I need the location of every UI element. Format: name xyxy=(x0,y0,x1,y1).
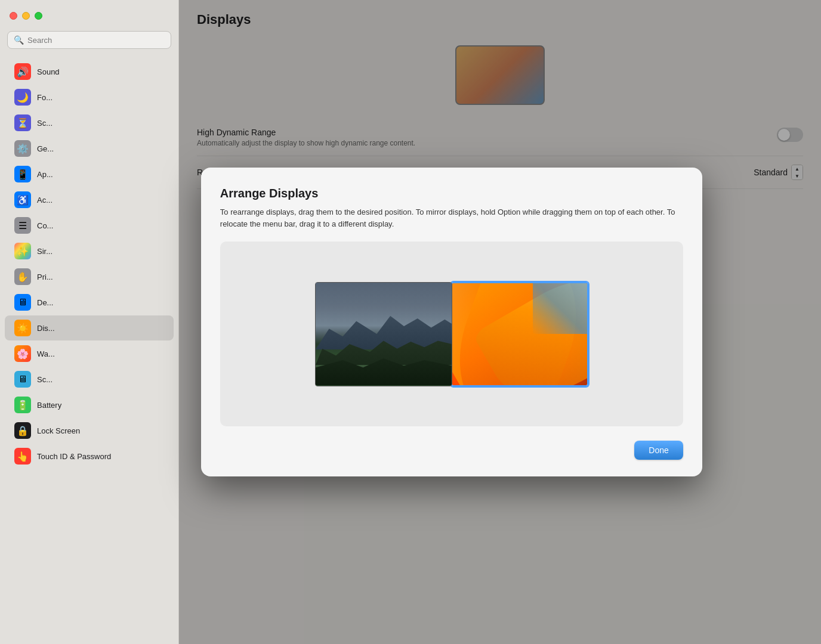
sidebar-label-screentime: Sc... xyxy=(37,119,53,128)
display-right-screen xyxy=(452,283,587,385)
accessibility-icon: ♿ xyxy=(14,191,31,208)
sidebar-label-siri: Sir... xyxy=(37,247,53,256)
sidebar-label-general: Ge... xyxy=(37,144,54,153)
sidebar-item-privacy[interactable]: ✋ Pri... xyxy=(5,264,174,289)
screentime-icon: ⏳ xyxy=(14,114,31,131)
sidebar-item-touchid[interactable]: 👆 Touch ID & Password xyxy=(5,444,174,469)
blue-sky-right xyxy=(533,283,587,335)
sidebar-item-wallpaper[interactable]: 🌸 Wa... xyxy=(5,341,174,366)
sidebar-item-screentime[interactable]: ⏳ Sc... xyxy=(5,110,174,135)
privacy-icon: ✋ xyxy=(14,268,31,285)
sidebar-label-privacy: Pri... xyxy=(37,273,53,281)
close-button[interactable] xyxy=(10,12,17,20)
sidebar: 🔍 🔊 Sound 🌙 Fo... ⏳ Sc... ⚙️ Ge... xyxy=(0,0,179,644)
sidebar-item-appstore[interactable]: 📱 Ap... xyxy=(5,162,174,187)
sidebar-item-screensaver[interactable]: 🖥 Sc... xyxy=(5,367,174,392)
sidebar-item-desktop[interactable]: 🖥 De... xyxy=(5,290,174,315)
wallpaper-icon: 🌸 xyxy=(14,345,31,362)
sidebar-label-displays: Dis... xyxy=(37,324,55,333)
sidebar-label-accessibility: Ac... xyxy=(37,196,53,205)
modal-title: Arrange Displays xyxy=(220,187,683,200)
sidebar-label-focus: Fo... xyxy=(37,93,53,102)
battery-icon: 🔋 xyxy=(14,397,31,413)
modal-footer: Done xyxy=(220,441,683,460)
modal-display-area xyxy=(220,242,683,426)
displays-icon: ☀️ xyxy=(14,320,31,336)
sidebar-item-lockscreen[interactable]: 🔒 Lock Screen xyxy=(5,418,174,443)
sidebar-label-wallpaper: Wa... xyxy=(37,349,55,358)
general-icon: ⚙️ xyxy=(14,140,31,157)
display-right[interactable] xyxy=(451,282,588,386)
display-left[interactable] xyxy=(315,282,452,386)
sidebar-item-battery[interactable]: 🔋 Battery xyxy=(5,392,174,417)
modal-description: To rearrange displays, drag them to the … xyxy=(220,206,683,230)
sidebar-item-focus[interactable]: 🌙 Fo... xyxy=(5,85,174,110)
sidebar-label-sound: Sound xyxy=(37,67,60,76)
screensaver-icon: 🖥 xyxy=(14,371,31,388)
arrange-displays-modal: Arrange Displays To rearrange displays, … xyxy=(201,168,702,476)
sidebar-label-lockscreen: Lock Screen xyxy=(37,426,80,435)
lockscreen-icon: 🔒 xyxy=(14,422,31,439)
appstore-icon: 📱 xyxy=(14,166,31,182)
control-icon: ☰ xyxy=(14,217,31,234)
sidebar-label-appstore: Ap... xyxy=(37,170,53,179)
maximize-button[interactable] xyxy=(35,12,42,20)
search-input[interactable] xyxy=(27,36,165,45)
display-arrangement xyxy=(315,282,588,386)
siri-icon: ✨ xyxy=(14,243,31,259)
sidebar-label-control: Co... xyxy=(37,221,53,230)
sidebar-item-accessibility[interactable]: ♿ Ac... xyxy=(5,187,174,212)
sidebar-item-sound[interactable]: 🔊 Sound xyxy=(5,59,174,84)
sidebar-item-general[interactable]: ⚙️ Ge... xyxy=(5,136,174,161)
sidebar-item-siri[interactable]: ✨ Sir... xyxy=(5,239,174,264)
titlebar xyxy=(0,0,178,31)
minimize-button[interactable] xyxy=(22,12,30,20)
sidebar-label-desktop: De... xyxy=(37,298,53,307)
sidebar-item-displays[interactable]: ☀️ Dis... xyxy=(5,315,174,340)
focus-icon: 🌙 xyxy=(14,89,31,106)
done-button[interactable]: Done xyxy=(634,441,683,460)
display-left-screen xyxy=(316,283,452,386)
touchid-icon: 👆 xyxy=(14,448,31,465)
search-icon: 🔍 xyxy=(14,35,24,45)
desktop-icon: 🖥 xyxy=(14,294,31,311)
sidebar-label-screensaver: Sc... xyxy=(37,375,53,384)
sidebar-label-touchid: Touch ID & Password xyxy=(37,452,111,461)
sidebar-item-control[interactable]: ☰ Co... xyxy=(5,213,174,238)
sidebar-list: 🔊 Sound 🌙 Fo... ⏳ Sc... ⚙️ Ge... 📱 Ap...… xyxy=(0,56,178,644)
search-bar[interactable]: 🔍 xyxy=(7,31,171,49)
sidebar-label-battery: Battery xyxy=(37,401,61,410)
sound-icon: 🔊 xyxy=(14,63,31,80)
